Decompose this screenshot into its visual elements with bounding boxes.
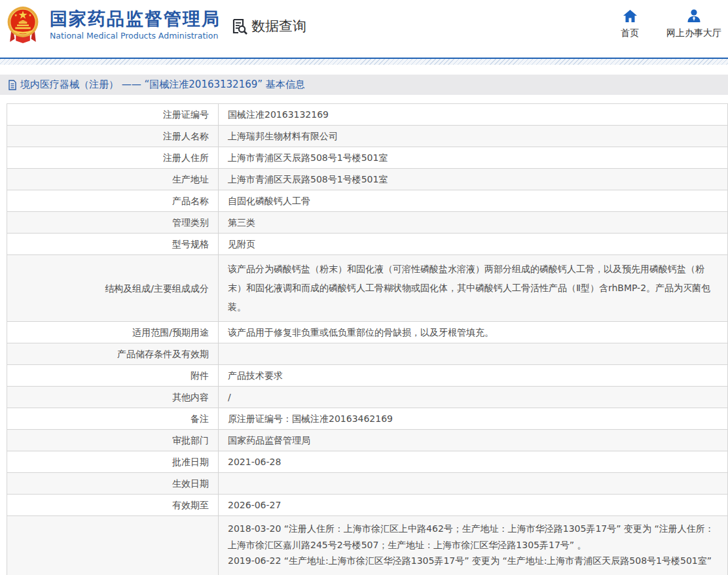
site-title: 国家药品监督管理局 <box>50 9 221 29</box>
table-row: 注册证编号 国械注准20163132169 <box>7 104 728 126</box>
nav-home-label: 首页 <box>621 27 639 39</box>
top-nav: 首页 网上办事大厅 <box>621 9 721 39</box>
row-value: 原注册证编号：国械注准20163462169 <box>219 408 728 430</box>
change-entry: 2019-06-22 “生产地址:上海市徐汇区华泾路1305弄17号” 变更为 … <box>228 553 716 575</box>
row-label: 审批部门 <box>7 430 219 451</box>
row-value: 该产品分为磷酸钙盐（粉末）和固化液（可溶性磷酸盐水溶液）两部分组成的磷酸钙人工骨… <box>219 255 728 322</box>
table-row: 附件 产品技术要求 <box>7 365 728 387</box>
row-value: 见附页 <box>219 234 728 255</box>
page-header: 国家药品监督管理局 National Medical Products Admi… <box>0 0 728 58</box>
row-value: 2021-06-28 <box>219 451 728 473</box>
row-label: 附件 <box>7 365 219 387</box>
row-value: 第三类 <box>219 212 728 234</box>
table-row: 审批部门 国家药品监督管理局 <box>7 430 728 451</box>
table-row: 结构及组成/主要组成成分 该产品分为磷酸钙盐（粉末）和固化液（可溶性磷酸盐水溶液… <box>7 255 728 322</box>
row-label: 注册人住所 <box>7 147 219 169</box>
row-label: 型号规格 <box>7 234 219 255</box>
header-divider <box>0 58 728 65</box>
row-value: 上海市青浦区天辰路508号1号楼501室 <box>219 147 728 169</box>
row-label: 适用范围/预期用途 <box>7 322 219 343</box>
table-row: 备注 原注册证编号：国械注准20163462169 <box>7 408 728 430</box>
nav-hall-label: 网上办事大厅 <box>666 27 721 39</box>
nav-item-service-hall[interactable]: 网上办事大厅 <box>666 9 721 39</box>
row-value: 上海瑞邦生物材料有限公司 <box>219 126 728 147</box>
row-label: 管理类别 <box>7 212 219 234</box>
row-label: 产品储存条件及有效期 <box>7 343 219 365</box>
row-value: 产品技术要求 <box>219 365 728 387</box>
row-value <box>219 343 728 365</box>
row-value: 2018-03-20 “注册人住所：上海市徐汇区上中路462号；生产地址：上海市… <box>219 516 728 575</box>
row-value: 该产品用于修复非负重或低负重部位的骨缺损，以及牙根管填充。 <box>219 322 728 343</box>
data-query-label: 数据查询 <box>251 17 306 35</box>
document-icon <box>8 80 17 90</box>
table-row: 其他内容 / <box>7 387 728 408</box>
table-row: 有效期至 2026-06-27 <box>7 495 728 516</box>
row-value <box>219 473 728 495</box>
table-row-change-history: 变更情况 2018-03-20 “注册人住所：上海市徐汇区上中路462号；生产地… <box>7 516 728 575</box>
row-value: 2026-06-27 <box>219 495 728 516</box>
site-subtitle: National Medical Products Administration <box>50 31 221 41</box>
row-label: 注册证编号 <box>7 104 219 126</box>
table-row: 注册人住所 上海市青浦区天辰路508号1号楼501室 <box>7 147 728 169</box>
row-label: 有效期至 <box>7 495 219 516</box>
row-label: 批准日期 <box>7 451 219 473</box>
data-query-icon <box>230 18 248 35</box>
table-row: 产品名称 自固化磷酸钙人工骨 <box>7 190 728 212</box>
table-row: 型号规格 见附页 <box>7 234 728 255</box>
table-row: 批准日期 2021-06-28 <box>7 451 728 473</box>
row-label: 结构及组成/主要组成成分 <box>7 255 219 322</box>
row-label: 备注 <box>7 408 219 430</box>
table-row: 管理类别 第三类 <box>7 212 728 234</box>
table-row: 生效日期 <box>7 473 728 495</box>
row-label: 生产地址 <box>7 169 219 190</box>
breadcrumb: 境内医疗器械（注册） —— “国械注准20163132169” 基本信息 <box>0 75 728 95</box>
nav-item-home[interactable]: 首页 <box>621 9 639 39</box>
row-value: / <box>219 387 728 408</box>
row-value: 国械注准20163132169 <box>219 104 728 126</box>
table-row: 产品储存条件及有效期 <box>7 343 728 365</box>
row-value: 自固化磷酸钙人工骨 <box>219 190 728 212</box>
row-label: 生效日期 <box>7 473 219 495</box>
site-logo[interactable]: 国家药品监督管理局 National Medical Products Admi… <box>5 5 221 44</box>
table-row: 生产地址 上海市青浦区天辰路508号1号楼501室 <box>7 169 728 190</box>
row-label: 变更情况 <box>7 516 219 575</box>
row-value: 上海市青浦区天辰路508号1号楼501室 <box>219 169 728 190</box>
row-label: 其他内容 <box>7 387 219 408</box>
table-row: 适用范围/预期用途 该产品用于修复非负重或低负重部位的骨缺损，以及牙根管填充。 <box>7 322 728 343</box>
site-title-block: 国家药品监督管理局 National Medical Products Admi… <box>50 9 221 41</box>
row-label: 产品名称 <box>7 190 219 212</box>
national-emblem-icon <box>5 5 41 44</box>
person-icon <box>687 9 701 23</box>
breadcrumb-text: 境内医疗器械（注册） —— “国械注准20163132169” 基本信息 <box>20 78 305 91</box>
data-query-section[interactable]: 数据查询 <box>230 17 306 35</box>
row-value: 国家药品监督管理局 <box>219 430 728 451</box>
change-entry: 2018-03-20 “注册人住所：上海市徐汇区上中路462号；生产地址：上海市… <box>228 521 716 553</box>
row-label: 注册人名称 <box>7 126 219 147</box>
table-row: 注册人名称 上海瑞邦生物材料有限公司 <box>7 126 728 147</box>
registration-info-table: 注册证编号 国械注准20163132169 注册人名称 上海瑞邦生物材料有限公司… <box>7 103 728 575</box>
home-icon <box>623 9 638 23</box>
